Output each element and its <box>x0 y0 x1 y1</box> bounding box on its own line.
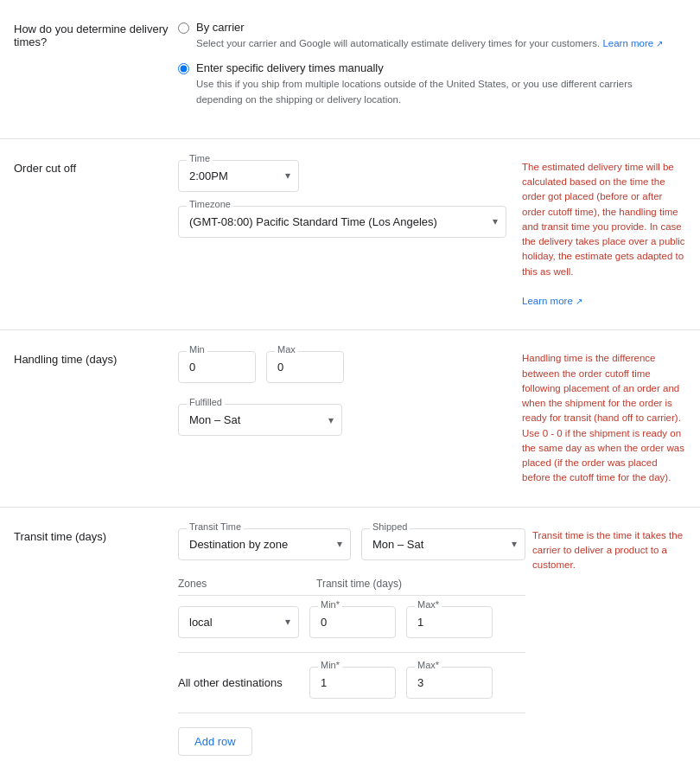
by-carrier-text: By carrier Select your carrier and Googl… <box>196 21 663 51</box>
handling-time-label: Handling time (days) <box>14 351 178 485</box>
timezone-select[interactable]: (GMT-08:00) Pacific Standard Time (Los A… <box>178 206 506 238</box>
handling-time-section: Handling time (days) Min Max Fulfilled M… <box>0 330 700 507</box>
transit-time-field-wrapper: Transit Time Destination by zone All des… <box>178 528 351 560</box>
other-dest-max-label: Max* <box>415 660 442 670</box>
transit-time-label: Transit time (days) <box>14 528 178 756</box>
by-carrier-desc: Select your carrier and Google will auto… <box>196 36 663 51</box>
manual-label[interactable]: Enter specific delivery times manually <box>196 61 384 74</box>
manual-text: Enter specific delivery times manually U… <box>196 61 679 107</box>
by-carrier-radio[interactable] <box>178 22 189 34</box>
other-dest-min-input[interactable] <box>309 667 396 699</box>
handling-fulfilled-field: Fulfilled Mon – Sat Mon – Fri Mon – Sun <box>178 404 342 436</box>
zones-header: Zones Transit time (days) <box>178 578 525 596</box>
delivery-method-label: How do you determine delivery times? <box>14 21 178 118</box>
other-dest-max-field: Max* <box>406 667 493 699</box>
add-row-button[interactable]: Add row <box>178 727 252 756</box>
zone-select-wrapper: local zone 1 zone 2 zone 3 <box>178 606 299 638</box>
handling-fulfilled-select-wrapper: Mon – Sat Mon – Fri Mon – Sun <box>178 404 342 436</box>
time-select[interactable]: 2:00PM <box>178 160 299 192</box>
zone-row-local: local zone 1 zone 2 zone 3 Min* Max* <box>178 606 525 653</box>
zones-table: Zones Transit time (days) local zone 1 z… <box>178 578 525 756</box>
other-dest-max-input[interactable] <box>406 667 493 699</box>
shipped-select-wrapper: Mon – Sat Mon – Fri Mon – Sun <box>361 528 525 560</box>
shipped-field-wrapper: Shipped Mon – Sat Mon – Fri Mon – Sun <box>361 528 525 560</box>
zones-col-zone-header: Zones <box>178 578 316 590</box>
other-dest-label: All other destinations <box>178 676 299 689</box>
by-carrier-learn-more[interactable]: Learn more <box>602 38 663 48</box>
order-cutoff-learn-more[interactable]: Learn more <box>522 296 582 306</box>
local-max-input[interactable] <box>406 606 493 638</box>
transit-selects-row: Transit Time Destination by zone All des… <box>178 528 525 560</box>
other-dest-row: All other destinations Min* Max* <box>178 667 525 713</box>
handling-time-content: Min Max Fulfilled Mon – Sat Mon – Fri Mo… <box>178 351 522 485</box>
other-dest-min-label: Min* <box>318 660 342 670</box>
transit-time-help: Transit time is the time it takes the ca… <box>532 528 697 756</box>
handling-min-field: Min <box>178 351 256 383</box>
local-max-label: Max* <box>415 599 442 610</box>
handling-min-input[interactable] <box>178 351 256 383</box>
order-cutoff-help: The estimated delivery time will be calc… <box>522 160 686 310</box>
by-carrier-label[interactable]: By carrier <box>196 21 245 34</box>
handling-fulfilled-label: Fulfilled <box>187 397 225 407</box>
by-carrier-option: By carrier Select your carrier and Googl… <box>178 21 679 51</box>
local-min-max: Min* Max* <box>309 606 493 638</box>
other-dest-min-field: Min* <box>309 667 396 699</box>
transit-time-select[interactable]: Destination by zone All destinations <box>178 528 351 560</box>
zone-select[interactable]: local zone 1 zone 2 zone 3 <box>178 606 299 638</box>
local-max-field: Max* <box>406 606 493 638</box>
order-cutoff-content: Time 2:00PM Timezone (GMT-08:00) Pacific… <box>178 160 522 310</box>
local-min-label: Min* <box>318 599 342 610</box>
shipped-select[interactable]: Mon – Sat Mon – Fri Mon – Sun <box>361 528 525 560</box>
shipped-field-label: Shipped <box>370 521 410 532</box>
other-dest-min-max: Min* Max* <box>309 667 493 699</box>
time-select-wrapper: 2:00PM <box>178 160 299 192</box>
manual-radio[interactable] <box>178 63 189 74</box>
handling-fulfilled-select[interactable]: Mon – Sat Mon – Fri Mon – Sun <box>178 404 342 436</box>
transit-time-select-wrapper: Destination by zone All destinations <box>178 528 351 560</box>
handling-max-field: Max <box>266 351 344 383</box>
time-field-label: Time <box>187 153 213 163</box>
handling-max-input[interactable] <box>266 351 344 383</box>
order-cutoff-label: Order cut off <box>14 160 178 310</box>
timezone-select-wrapper: (GMT-08:00) Pacific Standard Time (Los A… <box>178 206 506 238</box>
handling-row: Min Max Fulfilled Mon – Sat Mon – Fri Mo… <box>178 351 515 446</box>
handling-time-help: Handling time is the difference between … <box>522 351 686 485</box>
manual-desc: Use this if you ship from multiple locat… <box>196 77 679 107</box>
timezone-field-label: Timezone <box>187 199 233 209</box>
zones-col-transit-header: Transit time (days) <box>316 578 402 590</box>
manual-option: Enter specific delivery times manually U… <box>178 61 679 107</box>
delivery-method-content: By carrier Select your carrier and Googl… <box>178 21 686 118</box>
handling-min-label: Min <box>187 344 207 355</box>
order-cutoff-section: Order cut off Time 2:00PM Timezone (GMT-… <box>0 139 700 331</box>
delivery-method-section: How do you determine delivery times? By … <box>0 0 700 139</box>
transit-time-field-label: Transit Time <box>187 521 244 532</box>
transit-time-section: Transit time (days) Transit Time Destina… <box>0 508 700 768</box>
transit-time-content: Transit Time Destination by zone All des… <box>178 528 532 756</box>
handling-max-label: Max <box>275 344 298 355</box>
timezone-field-wrapper: Timezone (GMT-08:00) Pacific Standard Ti… <box>178 206 506 238</box>
time-field-wrapper: Time 2:00PM <box>178 160 299 192</box>
local-min-input[interactable] <box>309 606 396 638</box>
local-min-field: Min* <box>309 606 396 638</box>
